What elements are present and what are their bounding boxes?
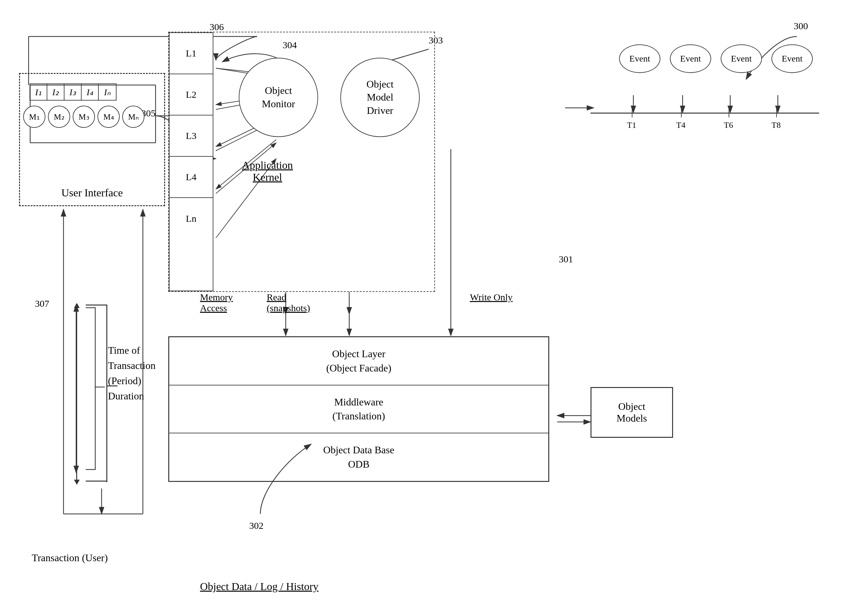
write-label: Write Only [470,292,513,302]
layer-l1: L1 [169,33,213,74]
event-1: Event [619,45,660,73]
brace-right-top [106,305,107,387]
object-monitor-circle: ObjectMonitor [239,58,318,137]
label-t8: T8 [772,121,781,130]
object-model-driver-circle: ObjectModelDriver [340,58,420,137]
odb-row: Object Data BaseODB [169,433,548,481]
user-interface-label: User Interface [61,187,122,199]
object-layer-text: Object Layer(Object Facade) [326,348,391,374]
brace-top [86,305,106,305]
layer-l3: L3 [169,116,213,157]
object-models-text: ObjectModels [617,401,647,424]
label-t6: T6 [724,121,733,130]
transaction-time-line [76,305,77,482]
ref-302: 302 [249,520,264,531]
memory-2: M₂ [48,106,70,128]
read-label: Read(snapshots) [267,292,310,313]
ref-306: 306 [209,22,224,32]
brace-right-bot [106,385,107,482]
layer-l4: L4 [169,157,213,198]
arrow-up-tip [74,303,80,308]
memory-label: MemoryAccess [200,292,233,313]
brace-bot [86,481,106,481]
events-row: Event Event Event Event [619,45,813,73]
app-kernel-label: ApplicationKernel [242,159,293,183]
middleware-text: Middleware(Translation) [332,396,385,422]
app-kernel-text: ApplicationKernel [242,159,293,183]
event-3: Event [721,45,762,73]
brace-mid [106,385,118,387]
object-models-box: ObjectModels [591,387,673,438]
instance-4: I₄ [82,84,99,100]
memory-access-label: MemoryAccess [200,292,233,313]
event-4: Event [772,45,813,73]
object-data-log-label: Object Data / Log / History [200,580,318,592]
middleware-row: Middleware(Translation) [169,385,548,434]
tick-t4 [681,108,682,118]
instance-2: I₂ [47,84,64,100]
tick-t1 [632,108,632,118]
tick-t6 [728,108,729,118]
object-model-driver-label: ObjectModelDriver [366,78,394,118]
time-of-transaction-label: Time ofTransaction(Period)Duration [108,343,155,404]
layer-l2: L2 [169,74,213,116]
ref-301: 301 [559,254,573,265]
memory-n: Mₙ [122,106,144,128]
ref-300: 300 [794,21,808,31]
memory-row: M₁ M₂ M₃ M₄ Mₙ [23,106,144,128]
app-kernel-box: L1 L2 L3 L4 Ln ObjectMonitor ObjectModel… [168,32,435,292]
label-t4: T4 [676,121,685,130]
odb-text: Object Data BaseODB [323,444,394,470]
tick-t8 [776,108,777,118]
layer-ln: Ln [169,198,213,239]
object-layer-main: Object Layer(Object Facade) Middleware(T… [168,336,549,482]
ref-307: 307 [35,298,49,309]
timeline [591,113,819,114]
label-t1: T1 [627,121,636,130]
transaction-user-label: Transaction (User) [32,552,108,564]
object-layer-row: Object Layer(Object Facade) [169,337,548,385]
instances-row: I₁ I₂ I₃ I₄ Iₙ [29,84,116,101]
user-interface-box: I₁ I₂ I₃ I₄ Iₙ M₁ M₂ M₃ M₄ Mₙ User Inter… [19,73,165,206]
instance-1: I₁ [30,84,47,100]
object-monitor-label: ObjectMonitor [262,84,295,110]
instance-n: Iₙ [99,84,116,100]
write-only-label: Write Only [470,292,513,303]
read-snapshots-label: Read(snapshots) [267,292,310,313]
object-data-log-text: Object Data / Log / History [200,580,318,592]
layers-panel: L1 L2 L3 L4 Ln [169,32,213,291]
memory-3: M₃ [73,106,95,128]
memory-4: M₄ [98,106,120,128]
memory-1: M₁ [23,106,45,128]
arrow-down-tip [74,480,80,485]
event-2: Event [670,45,711,73]
instance-3: I₃ [64,84,82,100]
